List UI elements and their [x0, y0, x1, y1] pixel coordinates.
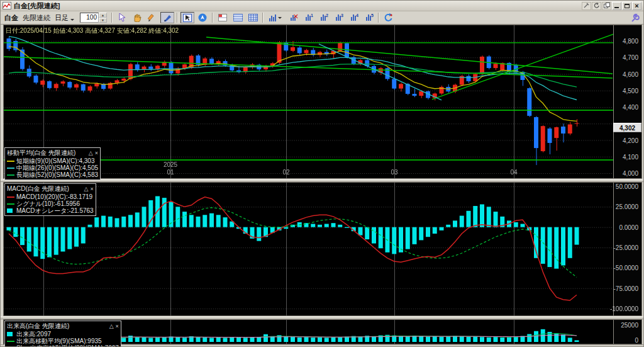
macd-axis-label: -50.0000 — [614, 265, 638, 271]
year-label: 2025 — [164, 161, 177, 168]
maximize-button[interactable] — [622, 2, 631, 10]
app-chart-icon — [3, 2, 11, 9]
volume-axis[interactable]: 250000 — [613, 320, 641, 344]
legend-collapse-button[interactable]: △ — [84, 186, 88, 192]
legend-row: 短期線(9)(0)(SMA)(C):4,303 — [7, 157, 98, 164]
price-axis-label: 4,600 — [623, 71, 638, 77]
legend-row: 中期線(26)(0)(SMA)(C):4,505 — [7, 164, 98, 171]
macd-axis-label: -100.0000 — [610, 305, 638, 312]
legend-text: MACDオシレータ:-21.5763 — [16, 207, 94, 214]
legend-text: MACD(10)(20)(C):-83.1719 — [16, 193, 92, 200]
macd-axis-label: 50.0000 — [616, 183, 638, 190]
macd-axis-label: 0.0000 — [619, 224, 638, 230]
legend-row: シグナル(10):-61.5956 — [7, 200, 94, 207]
minimize-button[interactable] — [612, 2, 621, 10]
close-button[interactable]: × — [632, 2, 641, 10]
maximize-icon — [625, 4, 630, 8]
month-label: 01 — [167, 169, 174, 176]
legend-swatch — [7, 168, 14, 169]
toolbar-separator — [212, 13, 213, 23]
minimize-icon — [614, 7, 619, 8]
month-label: 02 — [282, 169, 289, 176]
price-axis-label: 4,000 — [623, 170, 638, 177]
title-bar[interactable]: 白金[先限連続] × — [1, 1, 643, 11]
legend-text: 短期線(9)(0)(SMA)(C):4,303 — [16, 157, 94, 164]
legend-row: MACD(10)(20)(C):-83.1719 — [7, 193, 94, 200]
bar-count-spinner: 100 ▲▼ — [80, 13, 107, 23]
timeframe-select[interactable]: 日足 — [55, 13, 74, 23]
legend-row: Slow出来高移動平均(26)(SMA):7667 — [7, 344, 119, 347]
macd-legend[interactable]: MACD(白金 先限連続)△×MACD(10)(20)(C):-83.1719シ… — [4, 183, 96, 216]
brush-trendline-icon[interactable] — [160, 12, 174, 23]
preset-1-icon[interactable]: 1 — [301, 12, 315, 23]
legend-text: 長期線(52)(0)(SMA)(C):4,583 — [16, 171, 98, 178]
new-panel-icon[interactable] — [216, 12, 230, 23]
legend-swatch — [7, 332, 13, 336]
spinner-up-button[interactable]: ▲ — [99, 13, 107, 18]
legend-collapse-button[interactable]: △ — [109, 323, 114, 329]
grid-rows-icon[interactable] — [231, 12, 245, 23]
legend-close-icon[interactable]: × — [90, 186, 93, 192]
duplicate-window-icon[interactable] — [602, 2, 611, 10]
remove-indicator-icon[interactable]: ✕ — [286, 12, 300, 23]
reload-icon[interactable] — [382, 12, 396, 23]
settings-wrench-icon[interactable] — [630, 13, 640, 23]
macd-pane: 50.000025.00000.0000-25.0000-50.0000-75.… — [3, 182, 642, 316]
legend-row: 出来高移動平均(9)(SMA):9935 — [7, 338, 119, 344]
legend-text: 出来高移動平均(9)(SMA):9935 — [16, 338, 102, 344]
legend-close-icon[interactable]: × — [116, 323, 119, 329]
chart-pointer-icon[interactable] — [180, 12, 194, 23]
window-title: 白金[先限連続] — [14, 1, 581, 11]
preset-5-icon[interactable]: 5 — [362, 12, 375, 23]
navigate-compass-icon[interactable] — [196, 12, 209, 23]
toolbar-separator — [111, 13, 113, 23]
price-axis-label: 4,200 — [623, 137, 638, 144]
month-label: 03 — [391, 169, 397, 176]
price-axis-label: 4,400 — [623, 104, 638, 111]
legend-text: 中期線(26)(0)(SMA)(C):4,505 — [16, 164, 98, 171]
toolbar-separator — [262, 13, 264, 23]
legend-text: シグナル(10):-61.5956 — [16, 200, 80, 207]
preset-4-icon[interactable]: 4 — [347, 12, 360, 23]
legend-row: MACDオシレータ:-21.5763 — [7, 207, 94, 214]
price-axis[interactable]: 4,302 4,8004,7004,6004,5004,4004,2004,10… — [613, 25, 641, 178]
legend-title: 移動平均(白金 先限連続) — [7, 149, 87, 157]
legend-collapse-button[interactable]: △ — [89, 150, 93, 156]
chevron-down-icon — [278, 17, 282, 21]
volume-axis-label: 0 — [635, 337, 638, 344]
chevron-down-icon — [70, 19, 74, 23]
toolbar: 白金 先限連続 日足 100 ▲▼ — [1, 11, 643, 25]
volume-legend[interactable]: 出来高(白金 先限連続)△×出来高:2097出来高移動平均(9)(SMA):99… — [4, 321, 121, 347]
last-price-tag: 4,302 — [613, 123, 641, 132]
volume-pane: 250000 出来高(白金 先限連続)△×出来高:2097出来高移動平均(9)(… — [3, 319, 642, 344]
bar-count-input[interactable]: 100 — [80, 13, 99, 23]
macd-axis-label: -75.0000 — [614, 285, 638, 292]
indicator-histogram-dropdown-icon[interactable] — [266, 12, 285, 23]
hand-pan-icon[interactable] — [130, 12, 144, 23]
macd-axis-label: -25.0000 — [614, 244, 638, 251]
toolbar-separator — [177, 13, 178, 23]
ma-legend[interactable]: 移動平均(白金 先限連続)△×短期線(9)(0)(SMA)(C):4,303中期… — [4, 147, 101, 180]
macd-axis[interactable]: 50.000025.00000.0000-25.0000-50.0000-75.… — [613, 183, 641, 316]
refresh-window-icon[interactable] — [592, 2, 601, 10]
preset-2-icon[interactable]: 2 — [316, 12, 330, 23]
price-axis-label: 4,100 — [623, 153, 638, 160]
spinner-down-button[interactable]: ▼ — [99, 18, 107, 23]
price-axis-label: 4,700 — [623, 54, 638, 61]
price-pane: 4,302 4,8004,7004,6004,5004,4004,2004,10… — [3, 25, 642, 179]
macd-axis-label: 25.0000 — [616, 203, 638, 210]
legend-close-icon[interactable]: × — [95, 150, 98, 156]
pin-icon[interactable] — [582, 2, 591, 10]
legend-swatch — [7, 161, 14, 162]
toolbar-separator — [378, 13, 379, 23]
volume-axis-label: 25000 — [621, 322, 638, 329]
price-axis-label: 4,500 — [623, 87, 638, 94]
app-window: 白金[先限連続] × 白金 先限連続 日足 100 ▲▼ — [0, 0, 644, 347]
select-cursor-icon[interactable] — [115, 12, 129, 23]
pencil-draw-icon[interactable] — [145, 12, 159, 23]
legend-text: Slow出来高移動平均(26)(SMA):7667 — [16, 344, 119, 347]
instrument-label: 白金 — [4, 13, 18, 23]
grid-dense-icon[interactable] — [246, 12, 260, 23]
preset-3-icon[interactable]: 3 — [331, 12, 345, 23]
series-label: 先限連続 — [23, 13, 50, 23]
